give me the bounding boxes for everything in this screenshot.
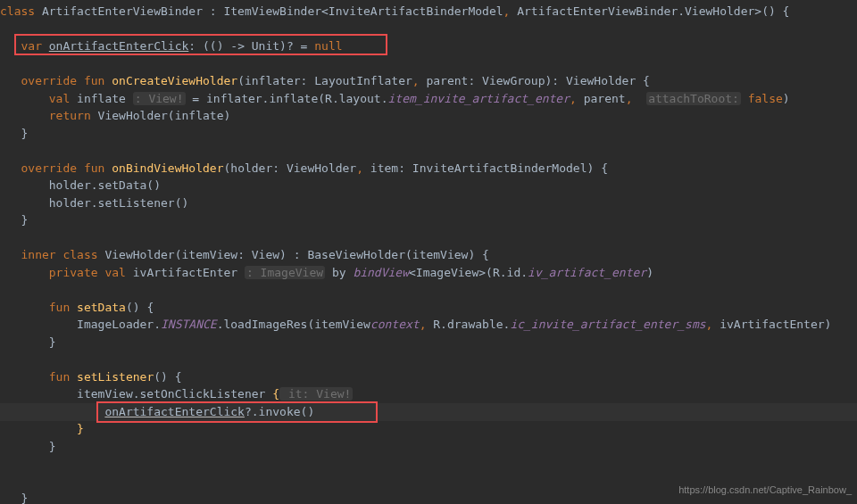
param-hint: attachToRoot: xyxy=(646,92,741,105)
layout-res: item_invite_artifact_enter xyxy=(388,92,570,105)
fn-setListener: setListener xyxy=(77,370,154,384)
id-res: iv_artifact_enter xyxy=(528,266,646,279)
kw-class: class xyxy=(0,4,35,18)
drawable-res: ic_invite_artifact_enter_sms xyxy=(510,318,705,331)
class-name: ArtifactEnterViewBinder xyxy=(42,4,203,18)
type-hint: : View! xyxy=(133,92,186,105)
lambda-it-hint: it: View! xyxy=(279,387,353,401)
kw-var: var xyxy=(21,39,41,53)
fn-onBindViewHolder: onBindViewHolder xyxy=(112,161,223,175)
code-content: class ArtifactEnterViewBinder : ItemView… xyxy=(0,3,857,504)
type-hint: : ImageView xyxy=(245,266,325,279)
onArtifactEnterClick-call: onArtifactEnterClick xyxy=(104,405,245,418)
code-editor[interactable]: class ArtifactEnterViewBinder : ItemView… xyxy=(0,0,857,504)
fn-setData: setData xyxy=(77,301,126,314)
fn-onCreateViewHolder: onCreateViewHolder xyxy=(112,74,237,87)
inner-class-name: ViewHolder xyxy=(104,248,174,261)
onArtifactEnterClick-decl: onArtifactEnterClick xyxy=(49,39,189,53)
